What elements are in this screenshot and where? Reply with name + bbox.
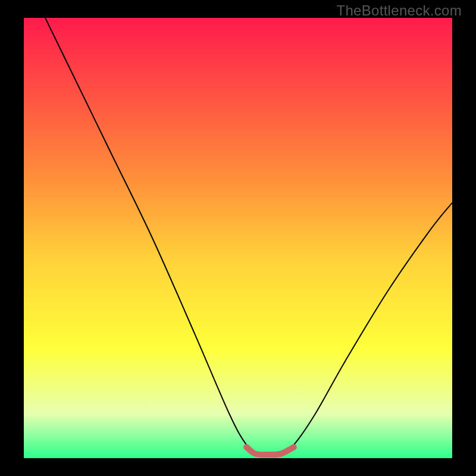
gradient-background <box>24 18 452 458</box>
plot-area <box>24 18 452 458</box>
chart-svg <box>24 18 452 458</box>
chart-frame: TheBottleneck.com <box>0 0 476 476</box>
plateau-end-dot-left <box>243 444 249 450</box>
plateau-end-dot-right <box>291 444 297 450</box>
attribution-text: TheBottleneck.com <box>336 2 462 19</box>
